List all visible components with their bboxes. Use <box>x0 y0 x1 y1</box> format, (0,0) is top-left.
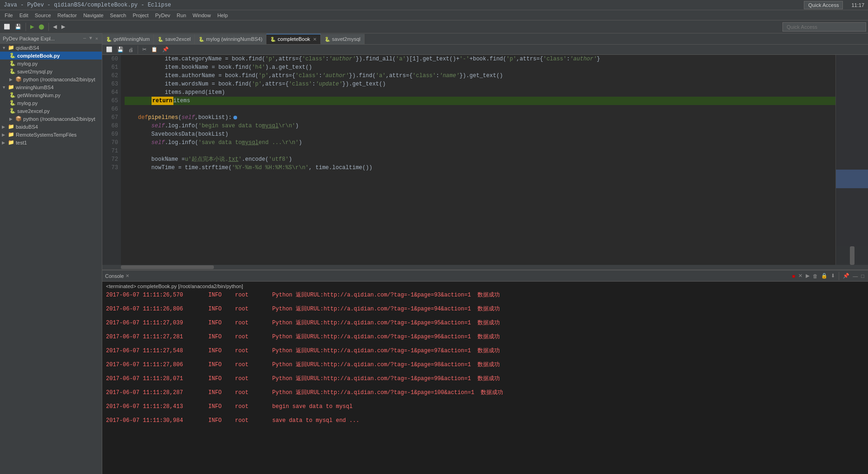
console-maximize-btn[interactable]: □ <box>860 273 865 279</box>
console-log-line-6: 2017-06-07 11:11:28,071 INFO root Python… <box>106 374 864 384</box>
log-status-6: 数据成功 <box>477 374 500 384</box>
console-scroll-end-btn[interactable]: ⬇ <box>830 273 836 279</box>
tree-label-winning: winningNumBS4 <box>16 85 53 90</box>
forward-btn[interactable]: ▶ <box>60 23 67 31</box>
console-stop-btn[interactable]: ■ <box>791 273 796 279</box>
sidebar-item-savet2mysql[interactable]: 🐍 savet2mysql.py <box>0 67 102 75</box>
scrollbar-thumb[interactable] <box>850 246 855 265</box>
project-icon-baidu: 📁 <box>8 124 14 130</box>
console-title-label: Console <box>105 273 124 279</box>
save-btn[interactable]: 💾 <box>13 23 23 31</box>
sidebar-item-getwinningnum[interactable]: 🐍 getWinningNum.py <box>0 91 102 99</box>
console-close-btn[interactable]: ✕ <box>126 273 129 278</box>
console-scroll-lock-btn[interactable]: 🔒 <box>820 273 828 279</box>
console-output[interactable]: <terminated> completeBook.py [/root/anac… <box>102 282 868 474</box>
menu-search[interactable]: Search <box>107 12 129 19</box>
menu-window[interactable]: Window <box>190 12 213 19</box>
menu-edit[interactable]: Edit <box>17 12 31 19</box>
toolbar-cut[interactable]: ✂ <box>140 46 148 53</box>
tab-getwinningnum[interactable]: 🐍 getWinningNum <box>102 34 154 44</box>
log-msg-0: Python 返回URUL:http://a.qidian.com/?tag=-… <box>272 290 471 300</box>
sidebar-item-python-lib2[interactable]: ▶ 📦 python (/root/anaconda2/bin/pyt <box>0 115 102 123</box>
menu-pydev[interactable]: PyDev <box>152 12 173 19</box>
menu-help[interactable]: Help <box>214 12 231 19</box>
log-source-1: root <box>235 304 272 314</box>
tree-arrow-python1: ▶ <box>9 77 14 82</box>
menu-navigate[interactable]: Navigate <box>80 12 106 19</box>
tab-close-completebook[interactable]: ✕ <box>313 37 317 42</box>
console-terminated-label: <terminated> completeBook.py [/root/anac… <box>106 283 864 290</box>
lib-icon-python2: 📦 <box>15 116 22 122</box>
project-icon-remote: 📁 <box>8 132 14 138</box>
menu-file[interactable]: File <box>2 12 16 19</box>
log-status-3: 数据成功 <box>477 332 500 342</box>
new-btn[interactable]: ⬜ <box>2 23 12 31</box>
sidebar-collapse-btn[interactable]: — <box>82 36 87 41</box>
tree-label-getwinningnum: getWinningNum.py <box>17 92 60 98</box>
tab-bar: 🐍 getWinningNum 🐍 save2excel 🐍 mylog (wi… <box>102 33 868 45</box>
back-btn[interactable]: ◀ <box>51 23 59 31</box>
sidebar-item-winningnumbs4[interactable]: ▼ 📁 winningNumBS4 <box>0 83 102 91</box>
sidebar-item-mylog2[interactable]: 🐍 mylog.py <box>0 99 102 107</box>
console-log-line-8: 2017-06-07 11:11:28,413 INFO root begin … <box>106 402 864 412</box>
sidebar-item-python-lib1[interactable]: ▶ 📦 python (/root/anaconda2/bin/pyt <box>0 75 102 83</box>
quick-access-label[interactable]: Quick Access <box>804 1 843 9</box>
sidebar-item-test1[interactable]: ▶ 📁 test1 <box>0 138 102 146</box>
log-source-6: root <box>235 374 272 384</box>
run-btn[interactable]: ▶ <box>28 23 36 31</box>
log-msg-2: Python 返回URUL:http://a.qidian.com/?tag=-… <box>272 318 471 328</box>
console-log-line-3: 2017-06-07 11:11:27,281 INFO root Python… <box>106 332 864 342</box>
sidebar-menu-btn[interactable]: ▼ <box>88 36 93 41</box>
log-timestamp-4: 2017-06-07 11:11:27,548 <box>106 346 208 356</box>
console-pin-btn[interactable]: 📌 <box>842 273 850 279</box>
tab-label-mylog: mylog (winningNumBS4) <box>206 36 262 42</box>
sidebar-item-qidianbs4[interactable]: ▼ 📁 qidianBS4 <box>0 44 102 52</box>
console-minimize-btn[interactable]: — <box>852 273 859 279</box>
sep-2a <box>138 46 138 54</box>
menu-refactor[interactable]: Refactor <box>55 12 80 19</box>
console-panel: Console ✕ ■ ✕ ▶ 🗑 🔒 ⬇ 📌 — □ <terminat <box>102 270 868 474</box>
sidebar-item-baidubs4[interactable]: ▶ 📁 baiduBS4 <box>0 123 102 131</box>
sidebar-item-completebook[interactable]: 🐍 completeBook.py <box>0 52 102 59</box>
console-relaunch-btn[interactable]: ▶ <box>805 273 810 279</box>
log-level-2: INFO <box>208 318 235 328</box>
menu-project[interactable]: Project <box>130 12 151 19</box>
toolbar-save2[interactable]: 💾 <box>115 46 126 53</box>
toolbar-print[interactable]: 🖨 <box>126 46 135 53</box>
code-line-62: item.authorName = book.find('p',attrs={'… <box>125 72 835 80</box>
quick-access-input[interactable] <box>782 22 866 32</box>
h-scrollbar-thumb[interactable] <box>121 265 214 269</box>
log-msg-8: begin save data to mysql <box>272 402 353 412</box>
sidebar-close-btn[interactable]: ✕ <box>94 36 99 41</box>
project-icon-qidianbs4: 📁 <box>8 45 14 51</box>
tab-save2excel[interactable]: 🐍 save2excel <box>154 34 195 44</box>
log-msg-4: Python 返回URUL:http://a.qidian.com/?tag=-… <box>272 346 471 356</box>
console-log-line-1: 2017-06-07 11:11:26,806 INFO root Python… <box>106 304 864 314</box>
sidebar-item-mylog[interactable]: 🐍 mylog.py <box>0 59 102 67</box>
code-line-65: return items <box>125 97 835 105</box>
code-scroll-area[interactable]: 60 61 62 63 64 65 66 67 68 69 70 71 72 7… <box>102 55 868 265</box>
code-text[interactable]: item.categoryName = book.find('p',attrs=… <box>121 55 835 265</box>
debug-btn[interactable]: ⬤ <box>37 23 46 31</box>
tab-icon-savet2mysql: 🐍 <box>325 37 330 42</box>
tab-mylog[interactable]: 🐍 mylog (winningNumBS4) <box>195 34 266 44</box>
code-line-72: bookName = u'起点完本小说.txt'.encode('utf8') <box>125 155 835 164</box>
log-timestamp-7: 2017-06-07 11:11:28,287 <box>106 388 208 398</box>
console-terminate-btn[interactable]: ✕ <box>797 273 803 279</box>
tab-label-getwinningnum: getWinningNum <box>113 36 150 42</box>
console-clear-btn[interactable]: 🗑 <box>812 273 819 279</box>
toolbar-copy[interactable]: 📋 <box>149 46 159 53</box>
console-log-line-7: 2017-06-07 11:11:28,287 INFO root Python… <box>106 388 864 398</box>
toolbar-new2[interactable]: ⬜ <box>104 46 114 53</box>
sidebar-item-remote[interactable]: ▶ 📁 RemoteSystemsTempFiles <box>0 131 102 138</box>
code-line-61: item.bookName = book.find('h4').a.get_te… <box>125 63 835 72</box>
tab-completebook[interactable]: 🐍 completeBook ✕ <box>266 34 321 44</box>
tab-savet2mysql[interactable]: 🐍 savet2mysql <box>321 34 364 44</box>
sidebar-item-save2excel[interactable]: 🐍 save2excel.py <box>0 107 102 115</box>
horizontal-scrollbar[interactable] <box>102 265 868 270</box>
menu-run[interactable]: Run <box>174 12 189 19</box>
log-source-7: root <box>235 388 272 398</box>
menu-source[interactable]: Source <box>32 12 54 19</box>
separator-1 <box>26 23 26 31</box>
toolbar-paste[interactable]: 📌 <box>160 46 171 53</box>
